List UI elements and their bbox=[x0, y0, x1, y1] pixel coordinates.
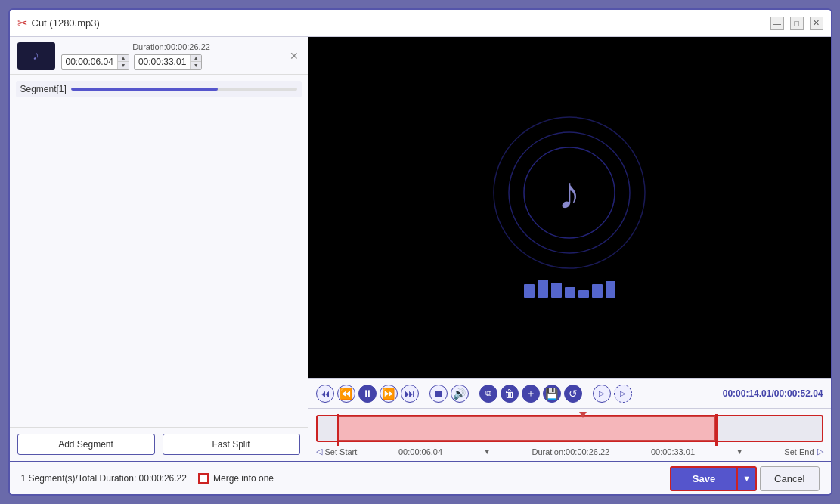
set-end-text[interactable]: Set End bbox=[784, 447, 814, 456]
end-time-up[interactable]: ▲ bbox=[191, 55, 201, 62]
maximize-button[interactable]: □ bbox=[790, 17, 804, 30]
close-button[interactable]: ✕ bbox=[810, 17, 823, 30]
music-visual: ♪ bbox=[494, 117, 645, 298]
merge-checkbox-group: Merge into one bbox=[198, 473, 274, 484]
segment-progress-fill bbox=[71, 88, 218, 91]
start-time-up[interactable]: ▲ bbox=[118, 55, 129, 62]
main-content: ♪ Duration:00:00:26.22 00:00:06.04 ▲ ▼ bbox=[10, 37, 831, 461]
timeline-track[interactable] bbox=[316, 415, 823, 442]
segment-name: Segment[1] bbox=[20, 84, 67, 94]
music-circle: ♪ bbox=[494, 117, 645, 268]
fast-split-button[interactable]: Fast Split bbox=[163, 434, 300, 455]
video-preview: ♪ bbox=[308, 37, 831, 378]
start-time-down[interactable]: ▼ bbox=[118, 62, 129, 69]
save-button[interactable]: Save bbox=[670, 466, 738, 491]
segment-thumbnail: ♪ bbox=[17, 42, 55, 70]
timeline-selection bbox=[337, 416, 715, 441]
start-time-input[interactable]: 00:00:06.04 ▲ ▼ bbox=[61, 54, 129, 70]
footer-actions: Save ▼ Cancel bbox=[670, 466, 820, 491]
segment-close-button[interactable]: ✕ bbox=[288, 48, 300, 63]
stop-button[interactable]: ⏹ bbox=[429, 385, 448, 403]
titlebar-left: ✂ Cut (1280.mp3) bbox=[17, 16, 100, 30]
delete-button[interactable]: 🗑 bbox=[501, 385, 519, 403]
timeline-handle-left[interactable] bbox=[337, 414, 339, 446]
cancel-button[interactable]: Cancel bbox=[760, 466, 819, 491]
segment-info: Duration:00:00:26.22 00:00:06.04 ▲ ▼ 00:… bbox=[61, 42, 282, 70]
time-display: 00:00:14.01/00:00:52.04 bbox=[723, 388, 823, 399]
save-dropdown-button[interactable]: ▼ bbox=[738, 466, 757, 491]
timeline-end-time: 00:00:33.01 bbox=[651, 447, 695, 456]
right-panel: ♪ bbox=[308, 37, 831, 461]
svg-rect-9 bbox=[606, 281, 615, 298]
set-start-arrow: ◁ bbox=[316, 447, 322, 456]
left-panel: ♪ Duration:00:00:26.22 00:00:06.04 ▲ ▼ bbox=[10, 37, 308, 461]
bottom-buttons: Add Segment Fast Split bbox=[10, 427, 308, 461]
music-note-icon: ♪ bbox=[558, 167, 581, 219]
segment-times: 00:00:06.04 ▲ ▼ 00:00:33.01 ▲ ▼ bbox=[61, 54, 282, 70]
segment-progress-bar bbox=[71, 88, 297, 91]
titlebar-buttons: — □ ✕ bbox=[770, 17, 823, 30]
svg-rect-7 bbox=[578, 290, 589, 298]
add-segment-button[interactable]: Add Segment bbox=[17, 434, 155, 455]
window-title: Cut (1280.mp3) bbox=[32, 17, 100, 29]
end-time-down[interactable]: ▼ bbox=[191, 62, 201, 69]
skip-to-end-button[interactable]: ⏭ bbox=[401, 385, 419, 403]
save-frame-button[interactable]: 💾 bbox=[543, 385, 561, 403]
equalizer-display bbox=[524, 280, 615, 298]
end-time-value: 00:00:33.01 bbox=[135, 55, 190, 69]
set-start-text[interactable]: Set Start bbox=[325, 447, 358, 456]
copy-segment-button[interactable]: ⧉ bbox=[479, 385, 497, 403]
end-time-dropdown[interactable]: ▼ bbox=[736, 448, 743, 456]
merge-label: Merge into one bbox=[213, 473, 274, 484]
add-button[interactable]: ＋ bbox=[522, 385, 540, 403]
timeline-playhead bbox=[579, 412, 587, 418]
start-time-dropdown[interactable]: ▼ bbox=[484, 448, 491, 456]
app-icon: ✂ bbox=[17, 16, 27, 30]
start-time-value: 00:00:06.04 bbox=[62, 55, 117, 69]
svg-rect-5 bbox=[551, 283, 562, 298]
titlebar: ✂ Cut (1280.mp3) — □ ✕ bbox=[10, 10, 831, 37]
footer-bar: 1 Segment(s)/Total Duration: 00:00:26.22… bbox=[10, 461, 831, 494]
timeline-duration: Duration:00:00:26.22 bbox=[532, 447, 609, 456]
set-end-arrow: ▷ bbox=[817, 447, 823, 456]
start-time-arrows: ▲ ▼ bbox=[117, 55, 129, 69]
timeline-labels: ◁ Set Start 00:00:06.04 ▼ Duration:00:00… bbox=[316, 445, 823, 458]
segment-list: Segment[1] bbox=[10, 75, 308, 427]
segment-header: ♪ Duration:00:00:26.22 00:00:06.04 ▲ ▼ bbox=[10, 37, 308, 75]
set-end-label: Set End ▷ bbox=[784, 447, 823, 456]
reset-button[interactable]: ↺ bbox=[564, 385, 582, 403]
merge-checkbox[interactable] bbox=[198, 473, 209, 484]
segments-info: 1 Segment(s)/Total Duration: 00:00:26.22 bbox=[21, 473, 187, 484]
set-start-label: ◁ Set Start bbox=[316, 447, 358, 456]
svg-rect-8 bbox=[592, 284, 603, 298]
main-window: ✂ Cut (1280.mp3) — □ ✕ ♪ Duration:00:00:… bbox=[8, 8, 832, 496]
segment-duration: Duration:00:00:26.22 bbox=[61, 42, 282, 51]
timeline-handle-right[interactable] bbox=[715, 414, 718, 446]
controls-bar: ⏮ ⏪ ⏸ ⏩ ⏭ ⏹ 🔊 ⧉ 🗑 ＋ 💾 ↺ ▷ ▷ 00:00:14.01/… bbox=[308, 378, 831, 408]
svg-rect-6 bbox=[565, 287, 575, 298]
equalizer-bars bbox=[524, 280, 615, 298]
rewind-button[interactable]: ⏪ bbox=[337, 385, 355, 403]
skip-to-start-button[interactable]: ⏮ bbox=[316, 385, 334, 403]
end-time-input[interactable]: 00:00:33.01 ▲ ▼ bbox=[134, 54, 202, 70]
end-time-arrows: ▲ ▼ bbox=[190, 55, 201, 69]
svg-rect-3 bbox=[524, 284, 535, 298]
list-item: Segment[1] bbox=[16, 81, 302, 97]
minimize-button[interactable]: — bbox=[770, 17, 784, 30]
timeline-start-time: 00:00:06.04 bbox=[398, 447, 442, 456]
timeline-area: ◁ Set Start 00:00:06.04 ▼ Duration:00:00… bbox=[308, 408, 831, 461]
volume-button[interactable]: 🔊 bbox=[451, 385, 469, 403]
pause-button[interactable]: ⏸ bbox=[358, 385, 377, 403]
step-forward-button[interactable]: ⏩ bbox=[380, 385, 398, 403]
svg-rect-4 bbox=[538, 280, 548, 298]
mark-out-button[interactable]: ▷ bbox=[614, 385, 632, 403]
mark-in-button[interactable]: ▷ bbox=[593, 385, 611, 403]
